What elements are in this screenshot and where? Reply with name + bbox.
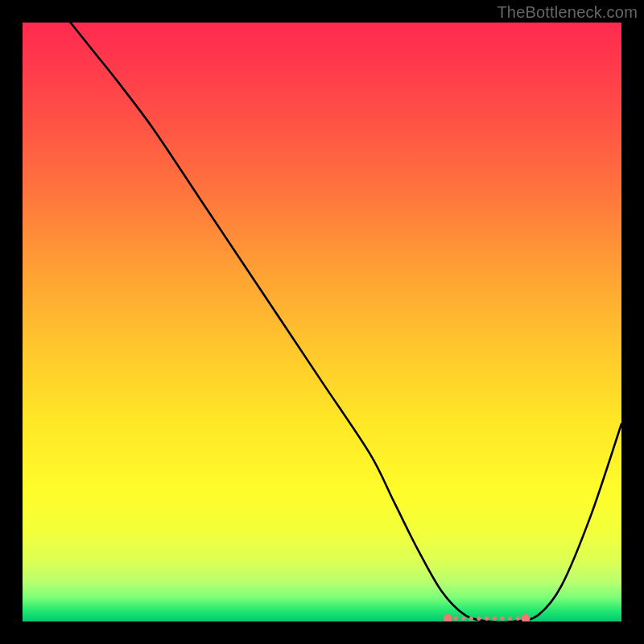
trough-dot — [516, 617, 520, 621]
trough-dot — [508, 617, 512, 621]
trough-end-dot — [522, 614, 530, 621]
trough-dot — [453, 617, 457, 621]
trough-dot — [493, 617, 497, 621]
bottleneck-curve — [71, 23, 622, 621]
trough-dot — [485, 617, 489, 621]
curve-layer — [23, 23, 621, 621]
trough-dot — [469, 617, 473, 621]
trough-dot — [477, 617, 481, 621]
trough-highlight — [444, 614, 530, 621]
watermark-text: TheBottleneck.com — [497, 3, 638, 22]
trough-dot — [461, 617, 465, 621]
trough-dot — [500, 617, 504, 621]
trough-start-dot — [444, 614, 452, 621]
plot-area — [23, 23, 621, 621]
chart-frame: TheBottleneck.com — [0, 0, 644, 644]
